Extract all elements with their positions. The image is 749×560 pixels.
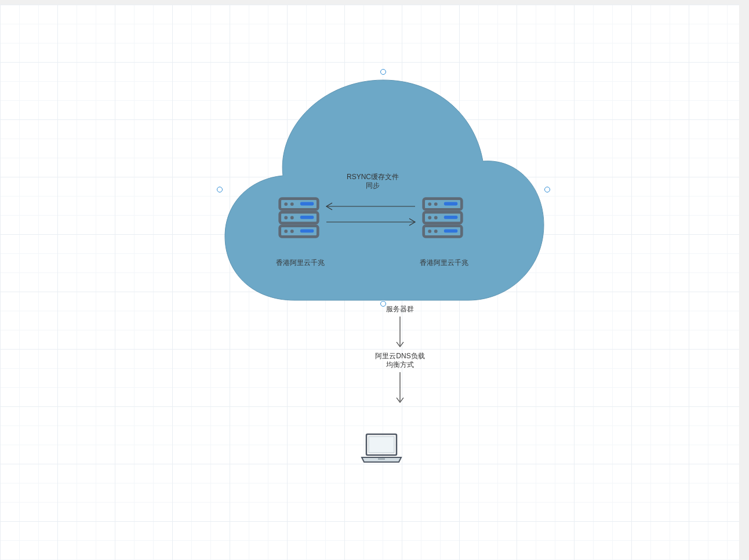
svg-point-19: [434, 216, 438, 220]
svg-rect-21: [444, 202, 457, 206]
sync-label-line2: 同步: [366, 181, 380, 190]
svg-point-8: [290, 230, 294, 233]
dns-label: 阿里云DNS负载 均衡方式: [359, 352, 441, 369]
svg-rect-11: [300, 229, 314, 232]
double-arrow-icon: [321, 198, 421, 234]
dns-label-line1: 阿里云DNS负载: [375, 352, 424, 360]
sync-arrows[interactable]: [321, 198, 421, 234]
server-rack-icon: [421, 196, 464, 239]
svg-rect-22: [444, 216, 457, 219]
selection-handle-icon[interactable]: [544, 187, 550, 192]
server-rack-icon: [277, 196, 321, 239]
selection-handle-icon[interactable]: [380, 69, 386, 75]
laptop-icon: [358, 432, 405, 464]
svg-point-4: [284, 216, 288, 220]
svg-rect-9: [300, 202, 314, 206]
vertical-scrollbar[interactable]: [739, 5, 749, 560]
dns-label-line2: 均衡方式: [386, 361, 414, 369]
svg-point-5: [284, 230, 288, 233]
arrow-down-icon: [394, 315, 406, 350]
diagram-canvas[interactable]: 香港阿里云千兆 香港阿里云千兆 RSYNC缓存文件 同步 服务器群 阿里云DNS…: [0, 5, 739, 560]
svg-point-3: [284, 202, 288, 206]
laptop-shape[interactable]: [358, 432, 405, 467]
svg-point-6: [290, 202, 294, 206]
app-root: 香港阿里云千兆 香港阿里云千兆 RSYNC缓存文件 同步 服务器群 阿里云DNS…: [0, 0, 749, 560]
svg-point-18: [434, 202, 438, 206]
cloud-caption: 服务器群: [359, 305, 441, 314]
sync-label: RSYNC缓存文件 同步: [332, 173, 413, 190]
sync-label-line1: RSYNC缓存文件: [347, 173, 399, 181]
svg-point-20: [434, 230, 438, 233]
server-left[interactable]: [277, 196, 321, 239]
svg-rect-23: [444, 229, 457, 232]
svg-point-15: [428, 202, 431, 206]
svg-point-17: [428, 230, 431, 233]
svg-point-7: [290, 216, 294, 220]
svg-point-16: [428, 216, 431, 220]
server-right[interactable]: [421, 196, 464, 239]
server-right-label: 香港阿里云千兆: [403, 258, 485, 268]
cloud-shape[interactable]: 香港阿里云千兆 香港阿里云千兆 RSYNC缓存文件 同步: [219, 71, 547, 303]
selection-handle-icon[interactable]: [217, 187, 223, 192]
arrow-dns-to-laptop[interactable]: [359, 371, 441, 406]
svg-rect-30: [378, 459, 385, 460]
arrow-down-icon: [394, 371, 406, 406]
svg-rect-29: [369, 437, 394, 453]
svg-rect-10: [300, 216, 314, 219]
arrow-cloud-to-dns[interactable]: [359, 315, 441, 350]
flow-below-cloud: 服务器群 阿里云DNS负载 均衡方式: [359, 303, 441, 406]
server-left-label: 香港阿里云千兆: [260, 258, 341, 268]
